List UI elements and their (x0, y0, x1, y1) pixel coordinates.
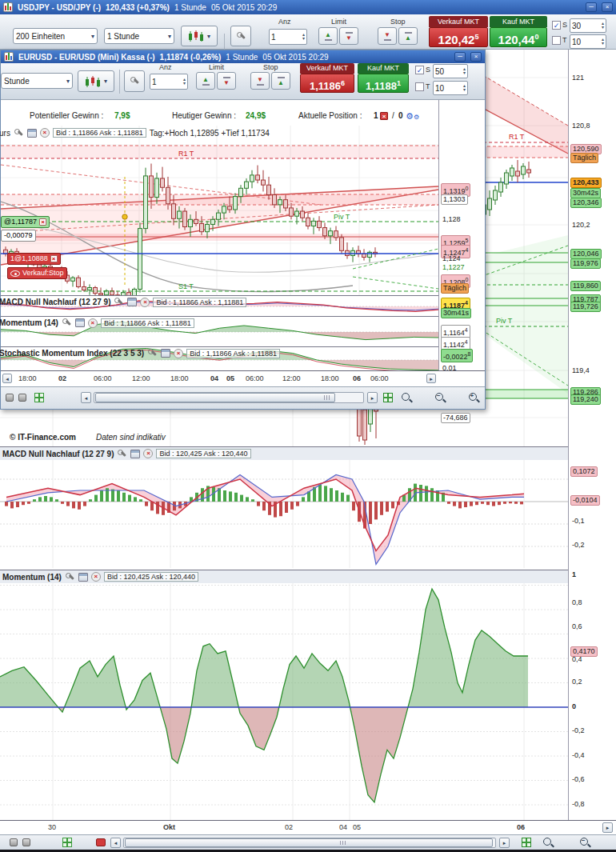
close-button[interactable]: × (470, 52, 482, 62)
stepper-arrows-icon[interactable]: ▴▾ (463, 67, 466, 75)
stepper-arrows-icon[interactable]: ▴▾ (183, 78, 186, 86)
target-checkbox[interactable] (415, 82, 424, 91)
zoom-out-icon[interactable]: − (434, 392, 446, 404)
zoom-out-icon[interactable]: − (579, 837, 591, 849)
chart-zoom-icon[interactable] (383, 393, 393, 402)
zoom-in-icon[interactable]: + (468, 392, 480, 404)
wrench-icon[interactable] (14, 128, 24, 138)
stop-distance-stepper[interactable]: 50▴▾ (433, 64, 468, 78)
axis-left-icon[interactable]: ◂ (2, 374, 12, 383)
wrench-icon[interactable] (117, 449, 127, 459)
time-label: 06:00 (246, 374, 264, 382)
scrollbar-track[interactable] (94, 392, 364, 403)
wrench-icon[interactable] (62, 318, 72, 328)
stop-sell-button[interactable]: ▼ (250, 72, 270, 90)
stop-checkbox[interactable]: ✓ (552, 21, 561, 30)
pointer-tool-icon[interactable] (6, 394, 14, 402)
stop-buy-button[interactable]: ▲ (398, 27, 418, 45)
panel-icon[interactable] (161, 349, 170, 358)
axis-right-icon[interactable]: ▸ (426, 374, 436, 383)
timeframe-select[interactable]: 1 Stunde▾ (104, 28, 174, 44)
close-button[interactable]: × (602, 2, 613, 12)
scroll-left-icon[interactable]: ◂ (81, 392, 91, 403)
wrench-icon[interactable] (114, 297, 124, 307)
panel-icon[interactable] (127, 298, 137, 306)
eurusd-time-axis[interactable]: ◂ ▸ 18:000206:0012:0018:00040506:0012:00… (1, 370, 485, 386)
price-tag-icon[interactable] (96, 838, 106, 846)
settings-button[interactable] (230, 26, 251, 46)
quantity-stepper[interactable]: 1▴▾ (150, 74, 188, 90)
scrollbar-grip[interactable] (324, 395, 331, 400)
sell-market-button[interactable]: 1,11866 (300, 74, 354, 93)
wrench-icon[interactable] (65, 572, 75, 582)
scrollbar-thumb[interactable] (95, 393, 335, 402)
zoom-fit-icon[interactable] (401, 392, 413, 404)
close-panel-icon[interactable]: × (40, 128, 50, 138)
close-panel-icon[interactable]: × (140, 298, 150, 307)
stop-order-tag[interactable]: 1@1,10888× (7, 253, 61, 265)
limit-buy-button[interactable]: ▲ (196, 72, 215, 90)
scrollbar-thumb[interactable] (125, 838, 493, 847)
stop-checkbox[interactable]: ✓ (415, 66, 424, 74)
quantity-stepper[interactable]: 1▴▾ (269, 29, 307, 45)
close-panel-icon[interactable]: × (88, 318, 98, 328)
scroll-right-icon[interactable]: ▸ (499, 838, 510, 848)
chart-type-button[interactable]: ▾ (181, 26, 218, 46)
close-icon[interactable]: × (50, 255, 58, 262)
stop-buy-button[interactable]: ▲ (271, 72, 290, 90)
stepper-arrows-icon[interactable]: ▴▾ (463, 84, 466, 92)
target-distance-stepper[interactable]: 10▴▾ (433, 81, 468, 95)
target-distance-stepper[interactable]: 10▴▾ (570, 34, 606, 49)
usdjpy-time-axis[interactable]: ▸ 30Okt02040506 (0, 820, 616, 834)
limit-buy-button[interactable]: ▲ (318, 27, 338, 45)
stepper-arrows-icon[interactable]: ▴▾ (302, 33, 305, 41)
buy-market-button[interactable]: 120,440 (490, 27, 547, 47)
chart-zoom-icon[interactable] (522, 838, 531, 847)
grid-tool-icon[interactable] (34, 393, 44, 402)
eurusd-price-axis[interactable]: 1,131901,13031,1281,125951,124741,1241,1… (438, 100, 484, 370)
stop-distance-stepper[interactable]: 30▴▾ (570, 18, 606, 33)
grid-tool-icon[interactable] (62, 838, 72, 847)
gear-icon[interactable]: ⚙⚙ (406, 111, 419, 122)
close-icon[interactable]: × (39, 218, 46, 226)
pointer-tool-icon[interactable] (10, 838, 18, 846)
minimize-button[interactable]: ─ (454, 52, 466, 62)
scroll-left-icon[interactable]: ◂ (110, 838, 121, 848)
settings-button[interactable] (124, 70, 145, 92)
sell-market-button[interactable]: 120,425 (429, 27, 488, 47)
entry-price-tag[interactable]: @1,11787× (1, 216, 50, 228)
usdjpy-price-axis[interactable]: 121120,8120,590Täglich120,43330m42s120,3… (568, 50, 616, 820)
scroll-right-icon[interactable]: ▸ (367, 392, 378, 403)
usdjpy-momentum-chart[interactable] (0, 583, 568, 820)
sell-stop-tag[interactable]: Verkauf:Stop (7, 267, 67, 279)
minimize-button[interactable]: ─ (586, 2, 597, 12)
usdjpy-titlebar[interactable]: USDJPY - USD/JPY (-) 120,433 (+0,37%) 1 … (0, 0, 616, 14)
chart-type-button[interactable]: ▾ (78, 70, 114, 92)
axis-expand-icon[interactable]: ▸ (602, 822, 613, 833)
close-panel-icon[interactable]: × (91, 572, 101, 582)
pin-tool-icon[interactable] (22, 838, 30, 846)
panel-icon[interactable] (75, 318, 85, 327)
panel-icon[interactable] (27, 129, 37, 138)
timeframe-select[interactable]: Stunde▾ (1, 73, 73, 89)
stepper-arrows-icon[interactable]: ▴▾ (602, 38, 604, 46)
stop-sell-button[interactable]: ▼ (378, 27, 397, 45)
scrollbar-track[interactable] (123, 838, 496, 848)
close-panel-icon[interactable]: × (143, 449, 153, 458)
target-checkbox[interactable] (552, 36, 561, 45)
panel-icon[interactable] (78, 573, 88, 582)
eurusd-titlebar[interactable]: EURUSD - EUR/USD (Mini) Kassa (-) 1,1187… (1, 50, 485, 63)
limit-sell-button[interactable]: ▼ (339, 27, 358, 45)
usdjpy-macd-chart[interactable] (0, 460, 568, 568)
close-panel-icon[interactable]: × (174, 349, 183, 358)
units-select[interactable]: 200 Einheiten▾ (13, 28, 98, 44)
limit-sell-button[interactable]: ▼ (217, 72, 236, 90)
zoom-fit-icon[interactable] (542, 837, 554, 849)
scrollbar-grip[interactable] (340, 841, 347, 845)
wrench-icon[interactable] (147, 348, 158, 358)
close-position-icon[interactable]: × (380, 112, 388, 120)
panel-icon[interactable] (130, 450, 140, 458)
pin-tool-icon[interactable] (18, 394, 26, 402)
buy-market-button[interactable]: 1,11881 (358, 74, 409, 93)
stepper-arrows-icon[interactable]: ▴▾ (602, 22, 604, 30)
